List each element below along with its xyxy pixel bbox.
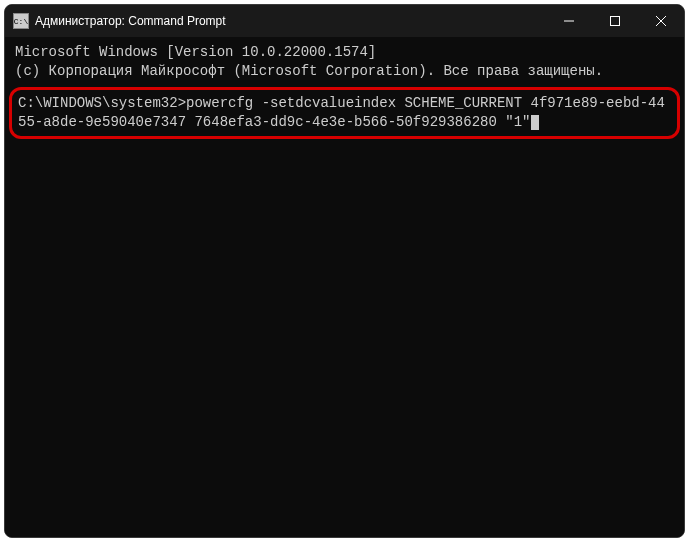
copyright-line: (c) Корпорация Майкрософт (Microsoft Cor…	[15, 62, 674, 81]
prompt-text: C:\WINDOWS\system32>	[18, 95, 186, 111]
maximize-icon	[610, 16, 620, 26]
command-highlight: C:\WINDOWS\system32>powercfg -setdcvalue…	[9, 87, 680, 139]
maximize-button[interactable]	[592, 5, 638, 37]
terminal-area[interactable]: Microsoft Windows [Version 10.0.22000.15…	[5, 37, 684, 537]
minimize-button[interactable]	[546, 5, 592, 37]
version-line: Microsoft Windows [Version 10.0.22000.15…	[15, 43, 674, 62]
cmd-icon: C:\	[13, 13, 29, 29]
command-line: C:\WINDOWS\system32>powercfg -setdcvalue…	[18, 95, 665, 130]
svg-rect-1	[611, 17, 620, 26]
titlebar[interactable]: C:\ Администратор: Command Prompt	[5, 5, 684, 37]
command-prompt-window: C:\ Администратор: Command Prompt Mi	[4, 4, 685, 538]
cursor	[531, 115, 539, 130]
close-icon	[656, 16, 666, 26]
minimize-icon	[564, 16, 574, 26]
window-controls	[546, 5, 684, 37]
window-title: Администратор: Command Prompt	[35, 14, 546, 28]
close-button[interactable]	[638, 5, 684, 37]
